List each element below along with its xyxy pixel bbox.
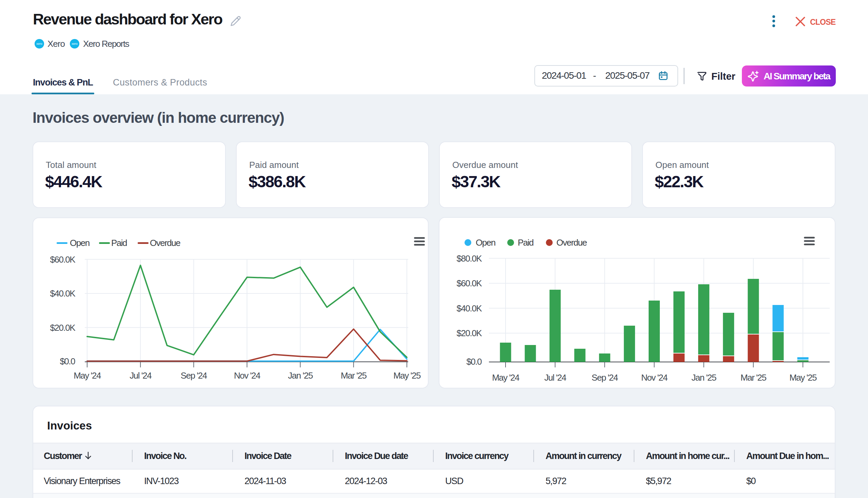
svg-text:$80.0K: $80.0K (457, 253, 482, 264)
svg-text:May '25: May '25 (393, 370, 421, 381)
svg-text:May '24: May '24 (492, 372, 519, 383)
svg-text:Sep '24: Sep '24 (181, 370, 207, 381)
svg-text:Sep '24: Sep '24 (592, 372, 618, 383)
svg-text:Jan '25: Jan '25 (288, 370, 313, 381)
svg-text:Nov '24: Nov '24 (641, 372, 668, 383)
svg-text:$0.0: $0.0 (60, 356, 75, 366)
svg-text:May '24: May '24 (74, 370, 101, 381)
svg-text:Jul '24: Jul '24 (130, 370, 151, 381)
svg-text:Jul '24: Jul '24 (544, 372, 566, 383)
svg-text:Nov '24: Nov '24 (234, 370, 261, 381)
svg-text:Mar '25: Mar '25 (740, 372, 766, 383)
svg-text:$60.0K: $60.0K (50, 254, 76, 265)
svg-text:$40.0K: $40.0K (457, 303, 482, 313)
svg-text:$0.0: $0.0 (466, 356, 482, 367)
svg-text:$60.0K: $60.0K (457, 278, 482, 288)
svg-text:$20.0K: $20.0K (457, 328, 482, 338)
svg-text:Jan '25: Jan '25 (691, 372, 717, 383)
svg-text:May '25: May '25 (789, 372, 817, 383)
svg-text:$20.0K: $20.0K (50, 323, 76, 333)
svg-text:Mar '25: Mar '25 (341, 370, 366, 381)
svg-text:$40.0K: $40.0K (50, 288, 76, 299)
